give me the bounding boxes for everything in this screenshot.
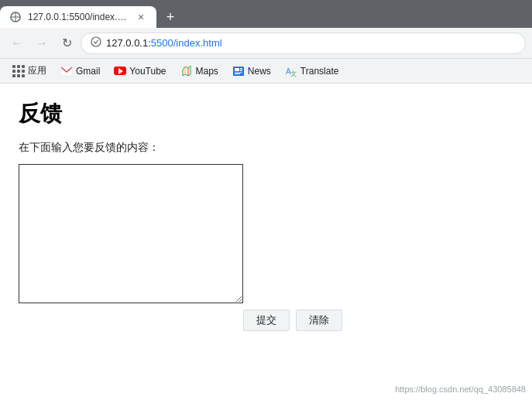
browser-chrome: 127.0.0.1:5500/index.html × + ← → ↻ 127.…: [0, 0, 532, 84]
secure-icon: [91, 36, 101, 50]
feedback-textarea[interactable]: [19, 164, 243, 303]
tab-bar: 127.0.0.1:5500/index.html × +: [0, 0, 532, 28]
translate-icon: A 文: [285, 65, 297, 77]
svg-rect-4: [235, 68, 239, 71]
bookmark-translate[interactable]: A 文 Translate: [279, 62, 345, 80]
bookmark-youtube[interactable]: YouTube: [108, 62, 172, 80]
svg-point-1: [91, 37, 101, 46]
back-button[interactable]: ←: [6, 32, 28, 54]
svg-rect-8: [235, 74, 240, 74]
bookmark-youtube-label: YouTube: [129, 66, 166, 77]
forward-button[interactable]: →: [31, 32, 53, 54]
youtube-icon: [114, 65, 126, 77]
watermark: https://blog.csdn.net/qq_43085848: [395, 385, 526, 394]
svg-rect-5: [240, 68, 242, 70]
submit-button[interactable]: 提交: [243, 309, 290, 331]
clear-button[interactable]: 清除: [296, 309, 342, 331]
bookmark-news-label: News: [248, 66, 271, 77]
news-icon: [232, 65, 245, 77]
svg-rect-7: [235, 72, 242, 73]
bookmark-news[interactable]: News: [226, 62, 277, 80]
tab-favicon: [9, 11, 22, 23]
apps-grid-icon: [12, 65, 25, 77]
bookmark-translate-label: Translate: [300, 66, 339, 77]
tab-close-button[interactable]: ×: [135, 11, 147, 23]
page-title: 反馈: [19, 99, 513, 128]
bookmark-apps-label: 应用: [28, 64, 46, 77]
svg-rect-6: [240, 70, 242, 71]
gmail-icon: [60, 65, 73, 77]
bookmark-gmail[interactable]: Gmail: [54, 62, 106, 80]
bookmark-apps[interactable]: 应用: [6, 61, 53, 80]
button-row: 提交 清除: [243, 309, 513, 331]
bookmarks-bar: 应用 Gmail YouTube: [0, 59, 532, 84]
svg-text:文: 文: [290, 70, 297, 77]
page-content: 反馈 在下面输入您要反馈的内容： 提交 清除 https://blog.csdn…: [0, 84, 532, 400]
bookmark-gmail-label: Gmail: [76, 66, 100, 77]
tab-title: 127.0.0.1:5500/index.html: [28, 12, 129, 22]
maps-icon: [180, 65, 193, 77]
address-text: 127.0.0.1:5500/index.html: [106, 37, 222, 49]
bookmark-maps[interactable]: Maps: [174, 62, 225, 80]
nav-bar: ← → ↻ 127.0.0.1:5500/index.html: [0, 28, 532, 59]
new-tab-button[interactable]: +: [160, 6, 181, 28]
active-tab[interactable]: 127.0.0.1:5500/index.html ×: [0, 6, 156, 28]
address-bar[interactable]: 127.0.0.1:5500/index.html: [81, 32, 526, 54]
reload-button[interactable]: ↻: [56, 32, 77, 54]
page-description: 在下面输入您要反馈的内容：: [19, 141, 513, 155]
bookmark-maps-label: Maps: [196, 66, 218, 77]
